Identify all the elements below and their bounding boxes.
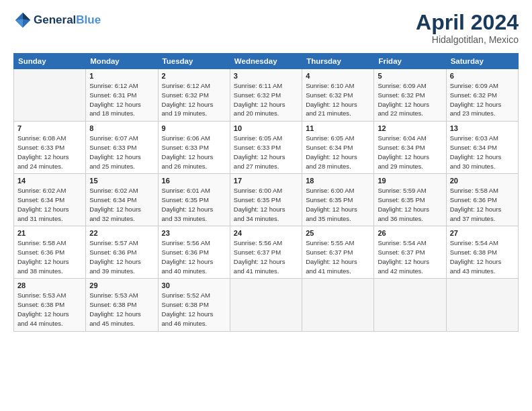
weekday-header-sunday: Sunday (14, 54, 86, 69)
sunset-text: Sunset: 6:35 PM (234, 195, 298, 205)
daylight-hours: Daylight: 12 hours (162, 100, 226, 109)
day-number: 1 (89, 72, 154, 80)
calendar-cell: 26Sunrise: 5:54 AMSunset: 6:37 PMDayligh… (374, 226, 446, 279)
day-detail: Sunrise: 5:56 AMSunset: 6:37 PMDaylight:… (234, 238, 298, 275)
sunrise-text: Sunrise: 6:10 AM (306, 81, 370, 91)
daylight-hours: Daylight: 12 hours (162, 205, 226, 214)
calendar-cell: 17Sunrise: 6:00 AMSunset: 6:35 PMDayligh… (230, 174, 302, 226)
daylight-minutes: and 29 minutes. (378, 162, 442, 171)
daylight-minutes: and 36 minutes. (378, 214, 442, 224)
daylight-hours: Daylight: 12 hours (306, 152, 370, 162)
sunset-text: Sunset: 6:31 PM (89, 91, 154, 100)
day-detail: Sunrise: 5:52 AMSunset: 6:38 PMDaylight:… (162, 291, 226, 328)
daylight-hours: Daylight: 12 hours (89, 310, 154, 319)
daylight-hours: Daylight: 12 hours (450, 257, 515, 267)
calendar-cell: 27Sunrise: 5:54 AMSunset: 6:38 PMDayligh… (446, 226, 518, 279)
calendar-cell (374, 279, 446, 331)
day-detail: Sunrise: 6:09 AMSunset: 6:32 PMDaylight:… (378, 81, 442, 118)
daylight-hours: Daylight: 12 hours (162, 257, 226, 267)
day-number: 9 (162, 124, 226, 132)
daylight-minutes: and 41 minutes. (234, 267, 298, 276)
daylight-hours: Daylight: 12 hours (450, 152, 515, 162)
daylight-hours: Daylight: 12 hours (378, 100, 442, 109)
day-detail: Sunrise: 5:53 AMSunset: 6:38 PMDaylight:… (89, 291, 154, 328)
day-number: 21 (17, 229, 82, 237)
daylight-hours: Daylight: 12 hours (17, 152, 82, 162)
day-detail: Sunrise: 6:04 AMSunset: 6:34 PMDaylight:… (378, 134, 442, 171)
calendar-cell: 30Sunrise: 5:52 AMSunset: 6:38 PMDayligh… (158, 279, 230, 331)
daylight-minutes: and 19 minutes. (162, 109, 226, 118)
day-number: 22 (89, 229, 154, 237)
sunset-text: Sunset: 6:36 PM (162, 248, 226, 257)
calendar-cell: 12Sunrise: 6:04 AMSunset: 6:34 PMDayligh… (374, 122, 446, 174)
logo-icon (13, 11, 32, 30)
day-detail: Sunrise: 5:58 AMSunset: 6:36 PMDaylight:… (450, 186, 515, 223)
sunset-text: Sunset: 6:32 PM (378, 91, 442, 100)
calendar-cell: 20Sunrise: 5:58 AMSunset: 6:36 PMDayligh… (446, 174, 518, 226)
daylight-minutes: and 20 minutes. (234, 109, 298, 118)
day-number: 14 (17, 177, 82, 185)
daylight-minutes: and 22 minutes. (378, 109, 442, 118)
daylight-minutes: and 24 minutes. (17, 162, 82, 171)
sunset-text: Sunset: 6:33 PM (89, 143, 154, 152)
day-detail: Sunrise: 5:56 AMSunset: 6:36 PMDaylight:… (162, 238, 226, 275)
daylight-minutes: and 41 minutes. (306, 267, 370, 276)
day-number: 26 (378, 229, 442, 237)
sunrise-text: Sunrise: 6:00 AM (234, 186, 298, 195)
day-detail: Sunrise: 6:03 AMSunset: 6:34 PMDaylight:… (450, 134, 515, 171)
day-number: 3 (234, 72, 298, 80)
sunrise-text: Sunrise: 6:06 AM (162, 134, 226, 143)
calendar-cell: 22Sunrise: 5:57 AMSunset: 6:36 PMDayligh… (86, 226, 158, 279)
day-number: 8 (89, 124, 154, 132)
header: GeneralBlue April 2024 Hidalgotitlan, Me… (13, 11, 519, 45)
calendar-cell: 19Sunrise: 5:59 AMSunset: 6:35 PMDayligh… (374, 174, 446, 226)
day-detail: Sunrise: 6:09 AMSunset: 6:32 PMDaylight:… (450, 81, 515, 118)
daylight-hours: Daylight: 12 hours (17, 205, 82, 214)
day-number: 19 (378, 177, 442, 185)
calendar-cell: 14Sunrise: 6:02 AMSunset: 6:34 PMDayligh… (14, 174, 86, 226)
daylight-hours: Daylight: 12 hours (234, 100, 298, 109)
calendar-cell: 24Sunrise: 5:56 AMSunset: 6:37 PMDayligh… (230, 226, 302, 279)
day-number: 16 (162, 177, 226, 185)
sunset-text: Sunset: 6:32 PM (234, 91, 298, 100)
calendar-cell: 6Sunrise: 6:09 AMSunset: 6:32 PMDaylight… (446, 69, 518, 122)
daylight-hours: Daylight: 12 hours (17, 257, 82, 267)
daylight-minutes: and 37 minutes. (450, 214, 515, 224)
daylight-hours: Daylight: 12 hours (378, 152, 442, 162)
day-number: 25 (306, 229, 370, 237)
weekday-header-thursday: Thursday (302, 54, 374, 69)
sunset-text: Sunset: 6:36 PM (450, 195, 515, 205)
daylight-hours: Daylight: 12 hours (306, 205, 370, 214)
calendar-cell: 29Sunrise: 5:53 AMSunset: 6:38 PMDayligh… (86, 279, 158, 331)
day-detail: Sunrise: 5:53 AMSunset: 6:38 PMDaylight:… (17, 291, 82, 328)
sunset-text: Sunset: 6:32 PM (162, 91, 226, 100)
sunset-text: Sunset: 6:34 PM (378, 143, 442, 152)
day-detail: Sunrise: 6:10 AMSunset: 6:32 PMDaylight:… (306, 81, 370, 118)
calendar-header: SundayMondayTuesdayWednesdayThursdayFrid… (14, 54, 519, 69)
daylight-minutes: and 42 minutes. (378, 267, 442, 276)
sunset-text: Sunset: 6:38 PM (89, 300, 154, 310)
weekday-header-saturday: Saturday (446, 54, 518, 69)
sunset-text: Sunset: 6:32 PM (450, 91, 515, 100)
daylight-hours: Daylight: 12 hours (306, 257, 370, 267)
daylight-hours: Daylight: 12 hours (450, 205, 515, 214)
sunset-text: Sunset: 6:37 PM (234, 248, 298, 257)
calendar-cell (14, 69, 86, 122)
sunset-text: Sunset: 6:33 PM (162, 143, 226, 152)
weekday-header-friday: Friday (374, 54, 446, 69)
daylight-minutes: and 35 minutes. (306, 214, 370, 224)
daylight-hours: Daylight: 12 hours (89, 100, 154, 109)
sunrise-text: Sunrise: 6:05 AM (306, 134, 370, 143)
sunrise-text: Sunrise: 5:58 AM (450, 186, 515, 195)
sunset-text: Sunset: 6:37 PM (378, 248, 442, 257)
daylight-hours: Daylight: 12 hours (234, 152, 298, 162)
day-number: 30 (162, 281, 226, 289)
sunrise-text: Sunrise: 5:56 AM (234, 238, 298, 248)
day-number: 4 (306, 72, 370, 80)
svg-marker-2 (15, 19, 23, 28)
day-detail: Sunrise: 6:00 AMSunset: 6:35 PMDaylight:… (306, 186, 370, 223)
day-detail: Sunrise: 5:59 AMSunset: 6:35 PMDaylight:… (378, 186, 442, 223)
weekday-header-monday: Monday (86, 54, 158, 69)
day-detail: Sunrise: 5:54 AMSunset: 6:38 PMDaylight:… (450, 238, 515, 275)
calendar-table: SundayMondayTuesdayWednesdayThursdayFrid… (13, 53, 519, 331)
